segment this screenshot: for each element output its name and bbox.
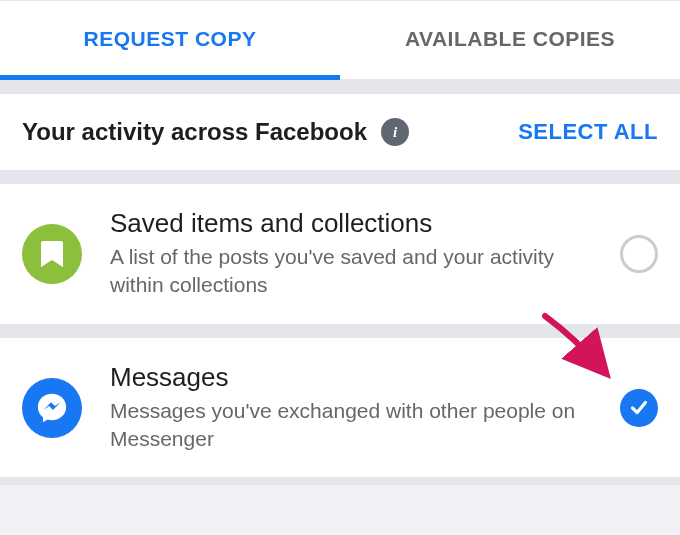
checkbox-checked[interactable] <box>620 389 658 427</box>
section-divider <box>0 170 680 184</box>
bookmark-icon <box>22 224 82 284</box>
select-all-button[interactable]: SELECT ALL <box>518 119 658 145</box>
info-icon[interactable]: i <box>381 118 409 146</box>
tabs: REQUEST COPY AVAILABLE COPIES <box>0 0 680 80</box>
section-divider <box>0 80 680 94</box>
list-item-body: Messages Messages you've exchanged with … <box>110 362 620 454</box>
list-item-desc: Messages you've exchanged with other peo… <box>110 397 604 454</box>
section-title: Your activity across Facebook <box>22 118 367 146</box>
list-item-title: Saved items and collections <box>110 208 604 239</box>
checkbox-unchecked[interactable] <box>620 235 658 273</box>
list-item-saved[interactable]: Saved items and collections A list of th… <box>0 184 680 324</box>
list-item-messages[interactable]: Messages Messages you've exchanged with … <box>0 338 680 478</box>
messenger-icon <box>22 378 82 438</box>
section-divider <box>0 477 680 485</box>
list-item-desc: A list of the posts you've saved and you… <box>110 243 604 300</box>
list-item-body: Saved items and collections A list of th… <box>110 208 620 300</box>
section-divider <box>0 324 680 338</box>
section-header: Your activity across Facebook i SELECT A… <box>0 94 680 170</box>
tab-request-copy[interactable]: REQUEST COPY <box>0 1 340 80</box>
tab-available-copies[interactable]: AVAILABLE COPIES <box>340 1 680 80</box>
list-item-title: Messages <box>110 362 604 393</box>
